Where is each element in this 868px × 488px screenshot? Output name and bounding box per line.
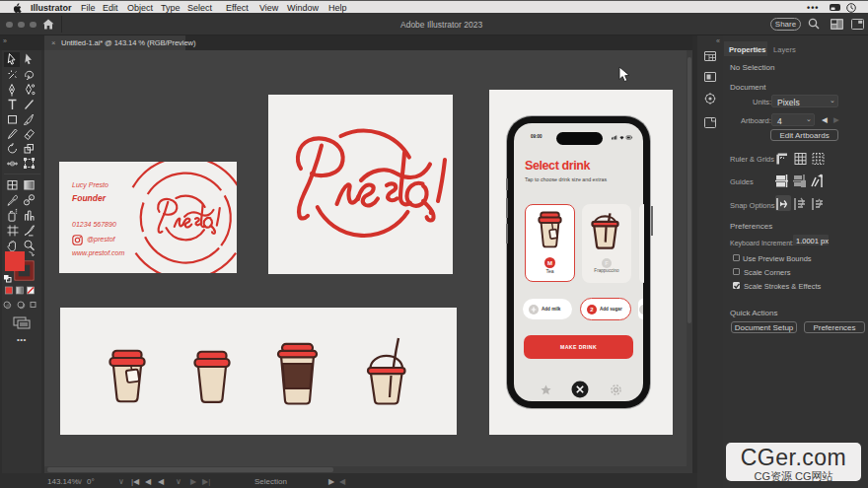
svg-text:•••: ••• <box>17 335 27 344</box>
svg-text:M: M <box>547 259 552 265</box>
